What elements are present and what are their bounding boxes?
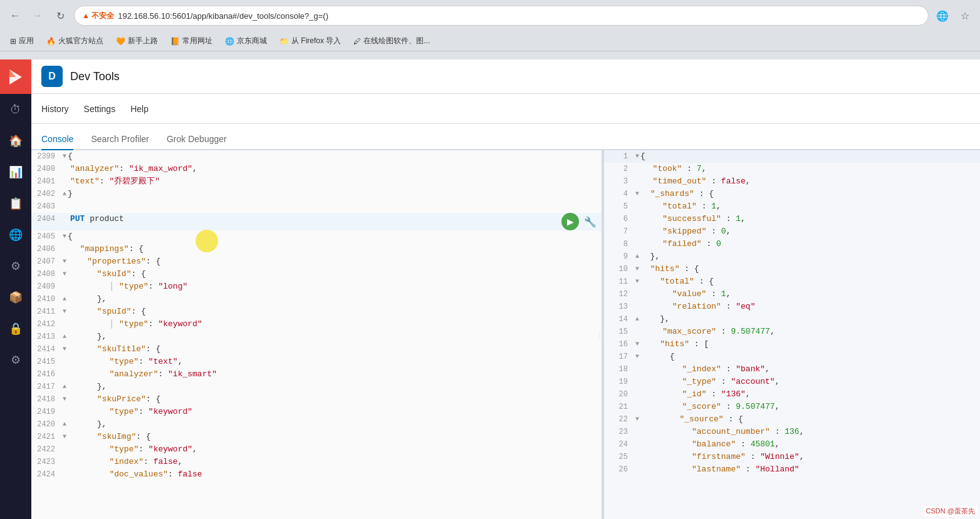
table-row: 14 ▲ }, <box>604 313 980 326</box>
right-editor-pane: 1 ▼ { 2 "took" : 7, 3 "timed_out" : fals… <box>604 150 980 519</box>
sidebar-icon-cog[interactable]: ⚙ <box>0 250 31 282</box>
nav-settings[interactable]: Settings <box>84 101 116 116</box>
table-row: 2421 ▼ "skuImg": { <box>31 431 602 443</box>
run-button[interactable]: ▶ <box>561 213 579 230</box>
resize-indicator: ⋮ <box>598 150 602 519</box>
table-row: 4 ▼ "_shards" : { <box>604 188 980 200</box>
table-row: 2419 "type": "keyword" <box>31 406 602 418</box>
table-row: 5 "total" : 1, <box>604 200 980 213</box>
table-row: 2400 "analyzer": "ik_max_word", <box>31 163 602 175</box>
tab-console[interactable]: Console <box>41 129 73 150</box>
sidebar-icon-clock[interactable]: ⏱ <box>0 94 31 125</box>
table-row: 2412 │ "type": "keyword" <box>31 318 602 331</box>
table-row: 23 "account_number" : 136, <box>604 426 980 438</box>
app-title: Dev Tools <box>70 70 120 83</box>
forward-button[interactable]: → <box>29 7 46 24</box>
table-row: 20 "_id" : "136", <box>604 388 980 401</box>
translate-button[interactable]: 🌐 <box>934 7 951 24</box>
right-editor-content[interactable]: 1 ▼ { 2 "took" : 7, 3 "timed_out" : fals… <box>604 150 980 476</box>
table-row: 6 "successful" : 1, <box>604 213 980 225</box>
table-row: 12 "value" : 1, <box>604 288 980 301</box>
table-row: 2416 "analyzer": "ik_smart" <box>31 368 602 381</box>
app-icon: D <box>41 66 63 87</box>
bookmark-firefox[interactable]: 🔥 火狐官方站点 <box>41 34 108 48</box>
app-header: D Dev Tools <box>31 59 980 94</box>
editor-area: 2399 ▼ { 2400 "analyzer": "ik_max_word",… <box>31 150 980 519</box>
table-row: 9 ▲ }, <box>604 250 980 263</box>
sidebar-icon-settings[interactable]: ⚙ <box>0 344 31 376</box>
sidebar-icon-home[interactable]: 🏠 <box>0 125 31 157</box>
back-button[interactable]: ← <box>6 7 24 24</box>
table-row: 2399 ▼ { <box>31 150 602 163</box>
bookmark-apps[interactable]: ⊞ 应用 <box>5 34 39 48</box>
table-row: 15 "max_score" : 9.507477, <box>604 326 980 338</box>
security-warning: ▲ 不安全 <box>82 11 114 21</box>
table-row: 2413 ▲ }, <box>31 331 602 343</box>
bookmark-common[interactable]: 📙 常用网址 <box>165 34 217 48</box>
sidebar-icon-globe[interactable]: 🌐 <box>0 219 31 250</box>
table-row: 2409 │ "type": "long" <box>31 280 602 293</box>
table-row: 2420 ▲ }, <box>31 418 602 431</box>
bookmark-draw[interactable]: 🖊 在线绘图软件、图... <box>348 34 435 48</box>
left-editor-pane: 2399 ▼ { 2400 "analyzer": "ik_max_word",… <box>31 150 604 519</box>
table-row: 2422 "type": "keyword", <box>31 443 602 456</box>
table-row: 11 ▼ "total" : { <box>604 275 980 288</box>
table-row: 26 "lastname" : "Holland" <box>604 463 980 476</box>
tab-grok-debugger[interactable]: Grok Debugger <box>167 129 227 150</box>
table-row: 2410 ▲ }, <box>31 293 602 306</box>
table-row: 2417 ▲ }, <box>31 381 602 393</box>
sidebar-icon-lock[interactable]: 🔒 <box>0 313 31 344</box>
table-row: 18 "_index" : "bank", <box>604 363 980 376</box>
reload-button[interactable]: ↻ <box>51 7 69 24</box>
cursor-highlight <box>195 230 218 252</box>
table-row: 24 "balance" : 45801, <box>604 438 980 451</box>
bookmarks-bar: ⊞ 应用 🔥 火狐官方站点 🧡 新手上路 📙 常用网址 🌐 京东商城 📁 从 F… <box>0 31 980 51</box>
table-row: 2 "took" : 7, <box>604 163 980 175</box>
address-bar[interactable]: ▲ 不安全 192.168.56.10:5601/app/kibana#/dev… <box>74 6 929 26</box>
nav-help[interactable]: Help <box>130 101 149 116</box>
bookmark-import[interactable]: 📁 从 Firefox 导入 <box>274 34 346 48</box>
table-row: 2405 ▼ { <box>31 230 602 243</box>
table-row: 2423 "index": false, <box>31 456 602 468</box>
main-content: D Dev Tools History Settings Help Consol… <box>31 59 980 519</box>
bookmark-jd[interactable]: 🌐 京东商城 <box>220 34 272 48</box>
table-row: 2418 ▼ "skuPrice": { <box>31 393 602 406</box>
bookmark-newbie[interactable]: 🧡 新手上路 <box>111 34 163 48</box>
table-row: 13 "relation" : "eq" <box>604 301 980 313</box>
table-row: 21 "_score" : 9.507477, <box>604 401 980 413</box>
table-row: 2415 "type": "text", <box>31 356 602 368</box>
sidebar-icon-box[interactable]: 📦 <box>0 282 31 313</box>
nav-links: History Settings Help <box>31 94 980 124</box>
table-row: 2424 "doc_values": false <box>31 468 602 481</box>
table-row: 3 "timed_out" : false, <box>604 175 980 188</box>
tab-search-profiler[interactable]: Search Profiler <box>91 129 149 150</box>
table-row: 2406 "mappings": { <box>31 243 602 255</box>
table-row: 1 ▼ { <box>604 150 980 163</box>
table-row: 17 ▼ { <box>604 351 980 363</box>
tabs-bar: Console Search Profiler Grok Debugger <box>31 124 980 150</box>
csdn-watermark: CSDN @蛋茶先 <box>924 506 977 516</box>
table-row: 19 "_type" : "account", <box>604 376 980 388</box>
wrench-button[interactable]: 🔧 <box>581 213 599 230</box>
kibana-logo <box>0 59 31 94</box>
table-row: 8 "failed" : 0 <box>604 238 980 250</box>
table-row: 25 "firstname" : "Winnie", <box>604 451 980 463</box>
table-row: 2401 "text": "乔碧罗殿下" <box>31 175 602 188</box>
table-row: 2402 ▲ } <box>31 188 602 200</box>
editor-left[interactable]: 2399 ▼ { 2400 "analyzer": "ik_max_word",… <box>31 150 602 519</box>
table-row: 2403 <box>31 200 602 213</box>
bookmark-button[interactable]: ☆ <box>956 7 974 24</box>
nav-history[interactable]: History <box>41 101 69 116</box>
sidebar-icon-chart[interactable]: 📊 <box>0 157 31 188</box>
table-row: 2414 ▼ "skuTitle": { <box>31 343 602 356</box>
sidebar: ⏱ 🏠 📊 📋 🌐 ⚙ 📦 🔒 ⚙ <box>0 59 31 519</box>
table-row: 22 ▼ "_source" : { <box>604 413 980 426</box>
table-row: 2411 ▼ "spuId": { <box>31 306 602 318</box>
sidebar-icon-list[interactable]: 📋 <box>0 188 31 219</box>
table-row: 10 ▼ "hits" : { <box>604 263 980 275</box>
url-text: 192.168.56.10:5601/app/kibana#/dev_tools… <box>118 11 328 21</box>
table-row: 2407 ▼ "properties": { <box>31 255 602 268</box>
table-row: 16 ▼ "hits" : [ <box>604 338 980 351</box>
kibana-logo-icon <box>7 68 24 86</box>
table-row: 7 "skipped" : 0, <box>604 225 980 238</box>
